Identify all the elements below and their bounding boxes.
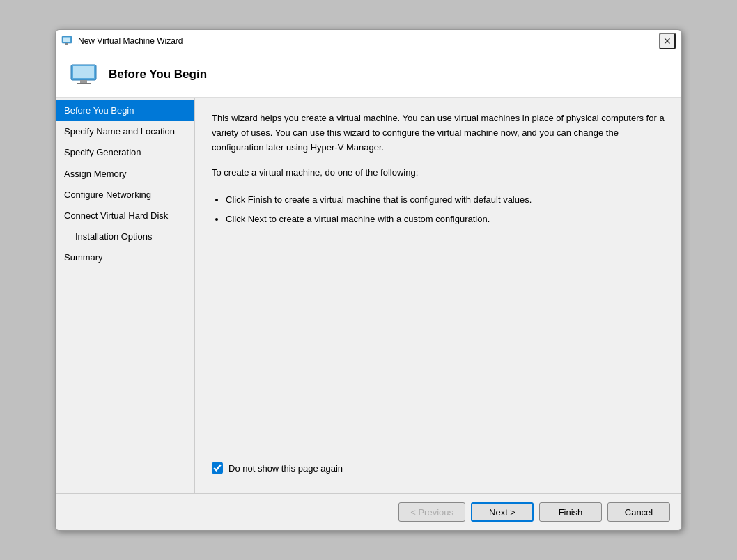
finish-button[interactable]: Finish	[539, 502, 602, 522]
do-not-show-row: Do not show this page again	[212, 462, 665, 474]
footer: < Previous Next > Finish Cancel	[56, 493, 681, 530]
page-title: Before You Begin	[109, 68, 207, 81]
content-list: Click Finish to create a virtual machine…	[226, 192, 665, 230]
next-button[interactable]: Next >	[471, 502, 534, 522]
close-button[interactable]: ✕	[659, 33, 676, 49]
title-bar: New Virtual Machine Wizard ✕	[56, 30, 681, 52]
sidebar-item-before-you-begin[interactable]: Before You Begin	[56, 100, 194, 121]
do-not-show-checkbox[interactable]	[212, 462, 223, 474]
svg-rect-6	[80, 80, 87, 83]
sidebar-item-specify-name[interactable]: Specify Name and Location	[56, 121, 194, 142]
content-paragraph-2: To create a virtual machine, do one of t…	[212, 166, 665, 180]
window-icon	[61, 36, 72, 47]
sidebar-item-installation-options[interactable]: Installation Options	[56, 226, 194, 247]
sidebar-item-summary[interactable]: Summary	[56, 247, 194, 268]
sidebar-item-assign-memory[interactable]: Assign Memory	[56, 164, 194, 185]
svg-rect-2	[65, 43, 68, 45]
list-item-1: Click Finish to create a virtual machine…	[226, 192, 665, 208]
content-paragraph-1: This wizard helps you create a virtual m…	[212, 111, 665, 155]
cancel-button[interactable]: Cancel	[607, 502, 670, 522]
svg-rect-7	[77, 83, 91, 84]
sidebar-item-configure-networking[interactable]: Configure Networking	[56, 185, 194, 205]
window-title: New Virtual Machine Wizard	[78, 36, 183, 46]
sidebar-item-connect-disk[interactable]: Connect Virtual Hard Disk	[56, 205, 194, 226]
wizard-window: New Virtual Machine Wizard ✕ Before You …	[55, 29, 682, 531]
main-area: Before You BeginSpecify Name and Locatio…	[56, 98, 681, 493]
svg-rect-5	[73, 66, 94, 78]
svg-rect-3	[64, 45, 70, 45]
header-icon	[70, 63, 98, 86]
svg-rect-1	[63, 37, 70, 42]
do-not-show-label[interactable]: Do not show this page again	[228, 463, 343, 474]
sidebar: Before You BeginSpecify Name and Locatio…	[56, 98, 195, 493]
previous-button[interactable]: < Previous	[398, 502, 465, 522]
list-item-2: Click Next to create a virtual machine w…	[226, 211, 665, 227]
header-section: Before You Begin	[56, 52, 681, 98]
sidebar-item-specify-generation[interactable]: Specify Generation	[56, 142, 194, 163]
content-area: This wizard helps you create a virtual m…	[195, 98, 681, 493]
